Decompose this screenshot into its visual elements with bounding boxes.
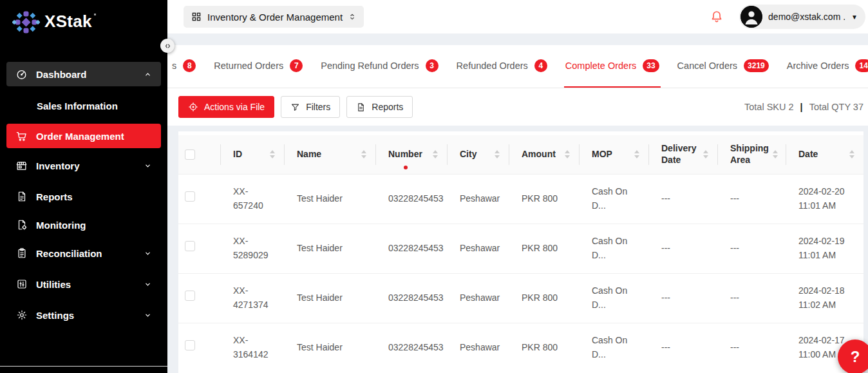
document-icon bbox=[356, 102, 366, 112]
sort-icon[interactable] bbox=[773, 150, 778, 158]
table-row[interactable]: XX-5289029 Test Haider 03228245453 Pesha… bbox=[178, 224, 863, 273]
chevron-down-icon bbox=[144, 162, 152, 170]
select-all-checkbox[interactable] bbox=[185, 149, 195, 160]
tab-cancel-orders[interactable]: Cancel Orders 3219 bbox=[676, 45, 770, 88]
app-window: XStak Dashboard Sales Information bbox=[0, 0, 868, 373]
table-row[interactable]: XX-657240 Test Haider 03228245453 Peshaw… bbox=[178, 174, 863, 224]
cell-id: XX-4271374 bbox=[220, 273, 284, 323]
sidebar-item-label: Order Management bbox=[36, 131, 124, 142]
sidebar-item-order-management[interactable]: Order Management bbox=[6, 124, 161, 148]
sidebar-item-monitoring[interactable]: Monitoring bbox=[6, 213, 161, 237]
sidebar-item-sales-information[interactable]: Sales Information bbox=[6, 100, 161, 111]
tab-complete-orders[interactable]: Complete Orders 33 bbox=[564, 45, 661, 88]
cell-date: 2024-02-18 11:02 AM bbox=[786, 273, 863, 323]
funnel-icon bbox=[290, 102, 300, 112]
sort-icon[interactable] bbox=[634, 150, 639, 158]
cell-id: XX-3164142 bbox=[220, 323, 284, 372]
sidebar-item-utilities[interactable]: Utilities bbox=[6, 272, 161, 296]
table-row[interactable]: XX-4271374 Test Haider 03228245453 Pesha… bbox=[178, 273, 863, 323]
filters-button[interactable]: Filters bbox=[281, 96, 340, 118]
cell-city: Peshawar bbox=[447, 323, 509, 372]
row-checkbox[interactable] bbox=[185, 340, 195, 350]
sort-icon[interactable] bbox=[849, 150, 854, 158]
tab-refunded-orders[interactable]: Refunded Orders 4 bbox=[455, 45, 549, 88]
tab-badge: 14 bbox=[855, 59, 868, 72]
sliders-icon bbox=[15, 278, 28, 291]
row-checkbox[interactable] bbox=[185, 291, 195, 301]
row-checkbox[interactable] bbox=[185, 191, 195, 202]
order-status-tabs: s 8 Returned Orders 7 Pending Refund Ord… bbox=[167, 45, 868, 88]
app-switcher[interactable]: Inventory & Order Management bbox=[184, 6, 364, 28]
avatar bbox=[741, 6, 762, 28]
cell-amount: PKR 800 bbox=[509, 323, 579, 372]
table-row[interactable]: XX-3164142 Test Haider 03228245453 Pesha… bbox=[178, 323, 863, 372]
cell-name: Test Haider bbox=[284, 174, 375, 224]
column-header-mop: MOP bbox=[592, 149, 612, 160]
cell-name: Test Haider bbox=[284, 273, 375, 323]
sidebar-item-inventory[interactable]: Inventory bbox=[6, 153, 161, 178]
select-arrows-icon bbox=[348, 12, 356, 21]
notifications-bell-icon[interactable] bbox=[710, 10, 724, 24]
sidebar-footer-divider bbox=[0, 366, 167, 367]
sidebar-item-label: Utilities bbox=[36, 279, 71, 290]
report-icon bbox=[15, 191, 28, 203]
main-area: Inventory & Order Management bbox=[167, 0, 868, 373]
cell-mop: Cash On D... bbox=[579, 174, 648, 224]
toolbar: Actions via File Filters bbox=[167, 88, 868, 126]
user-menu[interactable]: demo@xstak.com . ▼ bbox=[739, 5, 865, 29]
sidebar-item-reports[interactable]: Reports bbox=[6, 184, 161, 209]
sidebar-item-label: Inventory bbox=[36, 160, 80, 171]
sidebar-item-reconciliation[interactable]: Reconciliation bbox=[6, 241, 161, 265]
tab-label: Refunded Orders bbox=[457, 61, 528, 71]
cell-number: 03228245453 bbox=[375, 273, 447, 323]
column-header-amount: Amount bbox=[522, 149, 556, 160]
help-button[interactable]: ? bbox=[838, 340, 868, 373]
button-label: Actions via File bbox=[204, 102, 265, 112]
sidebar: XStak Dashboard Sales Information bbox=[0, 0, 167, 373]
cell-mop: Cash On D... bbox=[579, 273, 648, 323]
tab-label: Archive Orders bbox=[787, 61, 849, 71]
caret-down-icon: ▼ bbox=[851, 14, 858, 21]
brand-logo[interactable]: XStak bbox=[0, 0, 167, 36]
row-checkbox[interactable] bbox=[185, 241, 195, 251]
tab-returned-orders[interactable]: Returned Orders 7 bbox=[212, 45, 304, 88]
sort-icon[interactable] bbox=[361, 150, 366, 158]
cell-date: 2024-02-19 11:01 AM bbox=[786, 224, 863, 273]
cell-shipping-area: --- bbox=[717, 323, 786, 372]
reports-button[interactable]: Reports bbox=[346, 96, 413, 118]
cell-id: XX-5289029 bbox=[220, 224, 284, 273]
clipboard-icon bbox=[15, 247, 28, 260]
totals-separator: | bbox=[800, 102, 803, 112]
monitoring-icon bbox=[15, 219, 28, 231]
sidebar-item-label: Reports bbox=[36, 191, 73, 202]
sort-icon[interactable] bbox=[433, 150, 438, 158]
column-header-date: Date bbox=[798, 149, 818, 160]
orders-table-card: ID Name Number City Amount MOP Delivery … bbox=[178, 131, 863, 373]
cell-amount: PKR 800 bbox=[509, 174, 579, 224]
sort-icon[interactable] bbox=[565, 150, 570, 158]
sidebar-item-settings[interactable]: Settings bbox=[6, 303, 161, 327]
cell-shipping-area: --- bbox=[717, 224, 786, 273]
gear-icon bbox=[15, 309, 28, 321]
sort-icon[interactable] bbox=[495, 150, 500, 158]
cell-delivery-date: --- bbox=[648, 224, 717, 273]
tab-label: Complete Orders bbox=[565, 61, 636, 71]
actions-via-file-button[interactable]: Actions via File bbox=[178, 96, 274, 118]
tab-label: s bbox=[172, 61, 176, 71]
chevron-down-icon bbox=[144, 249, 152, 258]
sidebar-item-dashboard[interactable]: Dashboard bbox=[6, 62, 161, 86]
sidebar-item-label: Dashboard bbox=[36, 69, 86, 80]
topbar: Inventory & Order Management bbox=[167, 0, 868, 33]
tab-archive-orders[interactable]: Archive Orders 14 bbox=[786, 45, 868, 88]
sort-icon[interactable] bbox=[270, 150, 275, 158]
cell-delivery-date: --- bbox=[648, 174, 717, 224]
sidebar-item-label: Settings bbox=[36, 310, 74, 321]
tab-clipped[interactable]: s 8 bbox=[171, 45, 197, 88]
tab-pending-refund-orders[interactable]: Pending Refund Orders 3 bbox=[319, 45, 439, 88]
total-sku: Total SKU 2 bbox=[744, 102, 794, 112]
tab-label: Returned Orders bbox=[214, 61, 283, 71]
sort-icon[interactable] bbox=[703, 150, 708, 158]
tab-badge: 7 bbox=[290, 59, 303, 72]
chevron-down-icon bbox=[144, 311, 152, 320]
sidebar-collapse-button[interactable] bbox=[160, 39, 175, 53]
